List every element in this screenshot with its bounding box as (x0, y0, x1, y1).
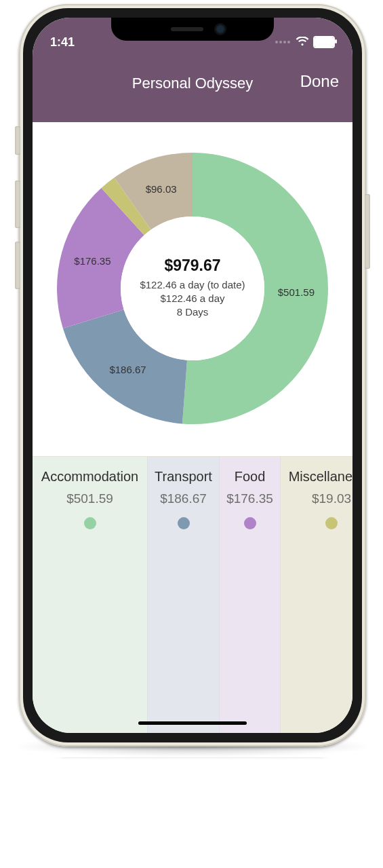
status-icons (275, 35, 335, 50)
chart-days: 8 Days (177, 306, 209, 318)
done-button[interactable]: Done (300, 72, 339, 91)
legend-label: Accommodation (33, 469, 147, 485)
legend-item-accommodation[interactable]: Accommodation$501.59 (33, 457, 148, 733)
chart-total: $979.67 (164, 257, 220, 274)
legend-amount: $501.59 (33, 491, 147, 506)
donut-slice-label: $176.35 (74, 255, 110, 267)
legend-item-food[interactable]: Food$176.35 (220, 457, 281, 733)
legend-color-dot (244, 517, 256, 529)
legend-color-dot (325, 517, 338, 529)
cellular-icon (275, 41, 290, 43)
home-indicator (138, 721, 247, 725)
chart-area: $501.59$186.67$176.35$96.03$979.67$122.4… (33, 122, 352, 456)
legend-label: Food (220, 469, 280, 485)
legend-item-transport[interactable]: Transport$186.67 (148, 457, 220, 733)
notch (111, 18, 274, 41)
legend-amount: $176.35 (220, 491, 280, 506)
legend-label: Transport (148, 469, 219, 485)
reflection: 1:41 Personal Odyssey (19, 757, 366, 859)
status-time: 1:41 (50, 35, 75, 50)
donut-slice-label: $96.03 (146, 183, 177, 195)
screen: 1:41 Personal Odyssey (33, 18, 352, 733)
legend-amount: $19.03 (281, 491, 352, 506)
donut-slice-label: $186.67 (109, 364, 146, 375)
nav-bar: Personal Odyssey Done (33, 57, 352, 105)
wifi-icon (296, 35, 309, 50)
legend-label: Miscellaneous (281, 469, 352, 485)
legend-amount: $186.67 (148, 491, 219, 506)
chart-per-day-to-date: $122.46 a day (to date) (140, 279, 245, 290)
legend: Accommodation$501.59Transport$186.67Food… (33, 456, 352, 733)
legend-color-dot (178, 517, 190, 529)
legend-item-miscellaneous[interactable]: Miscellaneous$19.03 (281, 457, 352, 733)
donut-chart: $501.59$186.67$176.35$96.03$979.67$122.4… (55, 151, 330, 426)
legend-color-dot (84, 517, 96, 529)
battery-icon (313, 36, 335, 48)
chart-per-day: $122.46 a day (160, 293, 225, 304)
phone-frame: 1:41 Personal Odyssey (19, 4, 366, 747)
donut-slice-label: $501.59 (278, 286, 315, 298)
